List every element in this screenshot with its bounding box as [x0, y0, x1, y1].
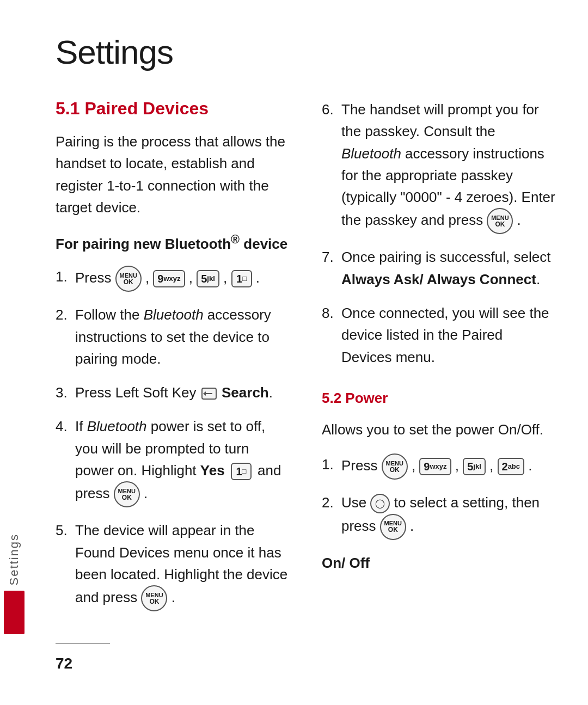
step-2-num: 2.: [56, 304, 75, 326]
menu-ok-key-4: MENU OK: [114, 481, 140, 507]
pairing-subheading: For pairing new Bluetooth® device: [56, 231, 289, 254]
main-content: Settings 5.1 Paired Devices Pairing is t…: [28, 0, 588, 705]
key-5jkl-52: 5jkl: [463, 458, 486, 475]
step-7: 7. Once pairing is successful, select Al…: [322, 246, 555, 290]
columns: 5.1 Paired Devices Pairing is the proces…: [56, 99, 555, 632]
step-52-1-num: 1.: [322, 453, 341, 475]
nav-circle-icon: ◯: [370, 494, 390, 513]
step-7-content: Once pairing is successful, select Alway…: [341, 246, 555, 290]
step-6-num: 6.: [322, 99, 341, 120]
divider: [56, 643, 110, 644]
step-6-content: The handset will prompt you for the pass…: [341, 99, 555, 234]
soft-key-icon: [201, 388, 217, 400]
section-51-intro: Pairing is the process that allows the h…: [56, 131, 289, 218]
step-4-num: 4.: [56, 415, 75, 437]
step-52-1: 1. Press MENU OK , 9wxyz , 5jkl , 2abc: [322, 453, 555, 480]
step-1-content: Press MENU OK , 9wxyz , 5jkl , 1□ .: [75, 266, 289, 292]
key-5jkl: 5jkl: [197, 270, 219, 287]
menu-ok-key-52-1: MENU OK: [382, 453, 408, 480]
step-52-2-num: 2.: [322, 492, 341, 513]
step-8: 8. Once connected, you will see the devi…: [322, 302, 555, 368]
step-2-content: Follow the Bluetooth accessory instructi…: [75, 304, 289, 370]
menu-ok-key-1: MENU OK: [115, 266, 142, 292]
step-1-num: 1.: [56, 266, 75, 287]
menu-ok-key-52-2: MENU OK: [380, 514, 406, 540]
footer: 72: [56, 632, 555, 672]
key-1: 1□: [231, 270, 252, 287]
menu-ok-key-5: MENU OK: [141, 585, 167, 611]
step-1: 1. Press MENU OK , 9wxyz , 5jkl , 1□ .: [56, 266, 289, 292]
step-8-num: 8.: [322, 302, 341, 324]
sidebar-label: Settings: [7, 534, 21, 586]
section-52-intro: Allows you to set the power On/Off.: [322, 419, 555, 440]
key-9wxyz-52: 9wxyz: [419, 458, 451, 475]
key-1-step4: 1□: [231, 463, 252, 480]
step-4: 4. If Bluetooth power is set to off, you…: [56, 415, 289, 507]
step-52-1-content: Press MENU OK , 9wxyz , 5jkl , 2abc .: [341, 453, 555, 480]
step-2: 2. Follow the Bluetooth accessory instru…: [56, 304, 289, 370]
step-3-content: Press Left Soft Key Search.: [75, 382, 289, 403]
step-4-content: If Bluetooth power is set to off, you wi…: [75, 415, 289, 507]
step-3-num: 3.: [56, 382, 75, 403]
step-7-num: 7.: [322, 246, 341, 268]
key-2abc-52: 2abc: [498, 458, 525, 475]
step-8-content: Once connected, you will see the device …: [341, 302, 555, 368]
step-3: 3. Press Left Soft Key Search.: [56, 382, 289, 403]
section-51-heading: 5.1 Paired Devices: [56, 99, 289, 119]
on-off-label: On/ Off: [322, 552, 555, 574]
menu-ok-key-6: MENU OK: [487, 208, 513, 234]
step-52-2-content: Use ◯ to select a setting, then press ME…: [341, 492, 555, 540]
step-5-num: 5.: [56, 519, 75, 541]
step-5-content: The device will appear in the Found Devi…: [75, 519, 289, 611]
page-number: 72: [56, 655, 555, 672]
sidebar-red-bar: [4, 591, 24, 634]
sidebar: Settings: [0, 0, 28, 705]
col-left: 5.1 Paired Devices Pairing is the proces…: [56, 99, 289, 632]
page-title: Settings: [56, 33, 555, 71]
step-52-2: 2. Use ◯ to select a setting, then press…: [322, 492, 555, 540]
col-right: 6. The handset will prompt you for the p…: [322, 99, 555, 632]
step-6: 6. The handset will prompt you for the p…: [322, 99, 555, 234]
step-5: 5. The device will appear in the Found D…: [56, 519, 289, 611]
key-9wxyz: 9wxyz: [153, 270, 185, 287]
section-52-heading: 5.2 Power: [322, 390, 555, 407]
